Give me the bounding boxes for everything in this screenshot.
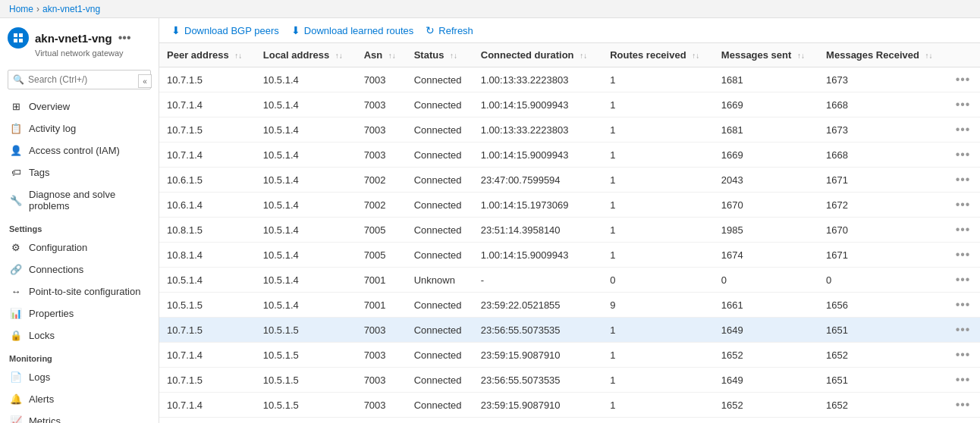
more-actions-button[interactable]: ••• — [956, 123, 971, 136]
col-header-local-address[interactable]: Local address ↑↓ — [256, 43, 357, 67]
cell-peer-address: 10.7.1.4 — [159, 143, 256, 168]
table-row[interactable]: 10.6.1.4 10.5.1.4 7002 Connected 1.00:14… — [159, 193, 980, 218]
sidebar-item-diagnose[interactable]: 🔧 Diagnose and solve problems — [0, 183, 159, 217]
table-row[interactable]: 10.8.1.5 10.5.1.4 7005 Connected 23:51:1… — [159, 218, 980, 243]
table-row[interactable]: 10.7.1.4 10.5.1.4 7003 Connected 1.00:14… — [159, 92, 980, 118]
table-row[interactable]: 10.7.1.5 10.5.1.4 7003 Connected 1.00:13… — [159, 118, 980, 143]
more-actions-button[interactable]: ••• — [956, 148, 971, 161]
sidebar-item-label: Diagnose and solve problems — [29, 189, 149, 212]
table-row[interactable]: 10.8.1.4 10.5.1.4 7005 Connected 1.00:14… — [159, 243, 980, 268]
cell-local-address: 10.5.1.4 — [256, 193, 357, 218]
sidebar-item-label: Metrics — [29, 415, 61, 423]
search-input[interactable] — [8, 70, 151, 89]
cell-routes: 1 — [602, 92, 714, 118]
cell-received: 1671 — [818, 168, 948, 193]
col-header-peer-address[interactable]: Peer address ↑↓ — [159, 43, 256, 67]
table-row[interactable]: 10.7.1.5 10.5.1.4 7003 Connected 1.00:13… — [159, 67, 980, 92]
cell-received: 1651 — [818, 318, 948, 343]
sidebar-item-point-to-site[interactable]: ↔ Point-to-site configuration — [0, 280, 159, 302]
col-header-messages-sent[interactable]: Messages sent ↑↓ — [714, 43, 818, 67]
cell-more-actions[interactable]: ••• — [948, 243, 980, 268]
table-row[interactable]: 10.7.1.4 10.5.1.4 7003 Connected 1.00:14… — [159, 143, 980, 168]
col-header-connected-duration[interactable]: Connected duration ↑↓ — [473, 43, 602, 67]
more-actions-button[interactable]: ••• — [956, 298, 971, 311]
cell-status: Connected — [407, 318, 473, 343]
more-actions-button[interactable]: ••• — [956, 373, 971, 386]
more-actions-button[interactable]: ••• — [956, 398, 971, 411]
more-actions-button[interactable]: ••• — [956, 273, 971, 286]
more-actions-button[interactable]: ••• — [956, 248, 971, 261]
table-row[interactable]: 10.5.1.5 10.5.1.4 7001 Connected 23:59:2… — [159, 293, 980, 318]
more-actions-button[interactable]: ••• — [956, 223, 971, 236]
cell-peer-address: 10.7.1.5 — [159, 318, 256, 343]
resource-options-button[interactable]: ••• — [118, 31, 131, 45]
cell-sent: 1649 — [714, 368, 818, 393]
cell-more-actions[interactable]: ••• — [948, 393, 980, 418]
download-routes-button[interactable]: ⬇ Download learned routes — [291, 24, 414, 36]
bgp-peers-table: Peer address ↑↓ Local address ↑↓ Asn ↑↓ — [159, 43, 980, 423]
table-row[interactable]: 10.7.1.5 10.5.1.5 7003 Connected 23:56:5… — [159, 368, 980, 393]
cell-more-actions[interactable]: ••• — [948, 168, 980, 193]
more-actions-button[interactable]: ••• — [956, 98, 971, 111]
sidebar-item-access-control[interactable]: 👤 Access control (IAM) — [0, 139, 159, 161]
sort-status-icon[interactable]: ↑↓ — [450, 52, 457, 60]
more-actions-button[interactable]: ••• — [956, 323, 971, 336]
cell-more-actions[interactable]: ••• — [948, 268, 980, 293]
cell-routes: 9 — [602, 293, 714, 318]
cell-more-actions[interactable]: ••• — [948, 218, 980, 243]
table-row[interactable]: 10.7.1.5 10.5.1.5 7003 Connected 23:56:5… — [159, 318, 980, 343]
sidebar-item-connections[interactable]: 🔗 Connections — [0, 258, 159, 280]
sidebar-item-properties[interactable]: 📊 Properties — [0, 302, 159, 324]
sidebar-item-locks[interactable]: 🔒 Locks — [0, 324, 159, 346]
sort-sent-icon[interactable]: ↑↓ — [797, 52, 805, 60]
cell-more-actions[interactable]: ••• — [948, 368, 980, 393]
table-row[interactable]: 10.6.1.5 10.5.1.4 7002 Connected 23:47:0… — [159, 168, 980, 193]
cell-received: 1661 — [818, 418, 948, 424]
cell-more-actions[interactable]: ••• — [948, 193, 980, 218]
download-bgp-button[interactable]: ⬇ Download BGP peers — [171, 24, 279, 36]
more-actions-button[interactable]: ••• — [956, 348, 971, 361]
cell-more-actions[interactable]: ••• — [948, 343, 980, 368]
sidebar-item-alerts[interactable]: 🔔 Alerts — [0, 388, 159, 410]
sidebar-item-configuration[interactable]: ⚙ Configuration — [0, 237, 159, 258]
cell-more-actions[interactable]: ••• — [948, 143, 980, 168]
sidebar-item-overview[interactable]: ⊞ Overview — [0, 96, 159, 118]
cell-duration: 1.00:14:15.1973069 — [473, 193, 602, 218]
cell-asn: 7005 — [357, 218, 407, 243]
sidebar-item-metrics[interactable]: 📈 Metrics — [0, 410, 159, 423]
cell-more-actions[interactable]: ••• — [948, 418, 980, 424]
sort-asn-icon[interactable]: ↑↓ — [388, 52, 396, 60]
more-actions-button[interactable]: ••• — [956, 198, 971, 211]
col-header-asn[interactable]: Asn ↑↓ — [357, 43, 407, 67]
table-row[interactable]: 10.6.1.5 10.5.1.5 7002 Connected 23:59:1… — [159, 418, 980, 424]
col-header-status[interactable]: Status ↑↓ — [407, 43, 473, 67]
breadcrumb-resource[interactable]: akn-vnet1-vng — [42, 4, 100, 14]
sidebar-item-tags[interactable]: 🏷 Tags — [0, 161, 159, 183]
cell-more-actions[interactable]: ••• — [948, 293, 980, 318]
cell-more-actions[interactable]: ••• — [948, 92, 980, 118]
alerts-icon: 🔔 — [9, 393, 23, 405]
table-row[interactable]: 10.7.1.4 10.5.1.5 7003 Connected 23:59:1… — [159, 343, 980, 368]
breadcrumb-home[interactable]: Home — [9, 4, 33, 14]
more-actions-button[interactable]: ••• — [956, 173, 971, 186]
sort-local-address-icon[interactable]: ↑↓ — [335, 52, 343, 60]
table-row[interactable]: 10.5.1.4 10.5.1.4 7001 Unknown - 0 0 0 •… — [159, 268, 980, 293]
sort-routes-icon[interactable]: ↑↓ — [692, 52, 699, 60]
sort-peer-address-icon[interactable]: ↑↓ — [234, 52, 242, 60]
refresh-button[interactable]: ↻ Refresh — [426, 24, 473, 36]
cell-more-actions[interactable]: ••• — [948, 118, 980, 143]
sidebar-collapse-button[interactable]: « — [138, 74, 152, 88]
col-header-messages-received[interactable]: Messages Received ↑↓ — [818, 43, 948, 67]
cell-more-actions[interactable]: ••• — [948, 67, 980, 92]
sort-received-icon[interactable]: ↑↓ — [925, 52, 933, 60]
cell-asn: 7003 — [357, 67, 407, 92]
sidebar-item-logs[interactable]: 📄 Logs — [0, 366, 159, 388]
col-header-routes-received[interactable]: Routes received ↑↓ — [602, 43, 714, 67]
table-row[interactable]: 10.7.1.4 10.5.1.5 7003 Connected 23:59:1… — [159, 393, 980, 418]
sort-duration-icon[interactable]: ↑↓ — [580, 52, 587, 60]
cell-local-address: 10.5.1.4 — [256, 67, 357, 92]
sidebar-item-activity-log[interactable]: 📋 Activity log — [0, 118, 159, 139]
cell-more-actions[interactable]: ••• — [948, 318, 980, 343]
cell-duration: 1.00:14:15.9009943 — [473, 243, 602, 268]
more-actions-button[interactable]: ••• — [956, 73, 971, 86]
